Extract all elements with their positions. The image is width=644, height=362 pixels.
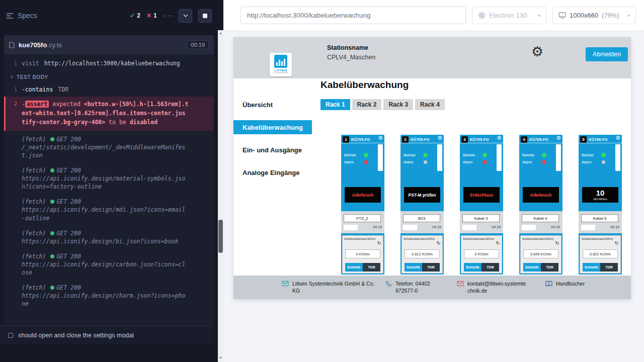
rack-tab[interactable]: Rack 2: [352, 99, 382, 110]
tdr-button[interactable]: TDR: [422, 263, 440, 272]
cable-section: Kabel 4 V4.19: [519, 211, 562, 233]
refresh-icon[interactable]: ↻: [437, 241, 441, 246]
tdr-button[interactable]: TDR: [541, 263, 558, 272]
card-right-panel: [497, 144, 502, 171]
schleife-button[interactable]: Schleife: [464, 263, 481, 272]
collapse-runner-button[interactable]: [179, 9, 192, 23]
cable-name-field[interactable]: B23: [403, 214, 440, 222]
fetch-status: GET 200: [56, 198, 80, 205]
rack-tab[interactable]: Rack 1: [320, 99, 350, 110]
browser-selector[interactable]: Electron 130 ▾: [472, 7, 546, 24]
schleife-button[interactable]: Schleife: [405, 263, 422, 272]
green-led: [483, 153, 487, 157]
resistance-value-field[interactable]: 0.812 KOhm: [405, 249, 440, 258]
pending-test-title: should open and close the settings modal: [18, 332, 134, 339]
betrieb-indicator: Betrieb: [404, 153, 427, 157]
fetch-url: https://api.iconify.design/material-symb…: [22, 174, 189, 191]
footer-manuals[interactable]: Handbücher: [545, 280, 585, 287]
fetch-status: GET 200: [56, 284, 80, 291]
cable-name-field[interactable]: FTZ_2: [344, 214, 381, 222]
card-buttons: Schleife TDR: [464, 263, 499, 272]
fetch-url: https://api.iconify.design/mdi.json?icon…: [22, 206, 189, 222]
card-gear-icon[interactable]: ⚙: [437, 135, 442, 141]
cross-icon: ✕: [146, 12, 151, 19]
alarm-indicator: Alarm: [404, 160, 427, 164]
refresh-icon[interactable]: ↻: [377, 241, 381, 246]
browser-label: Electron 130: [489, 12, 527, 19]
fetch-url: https://api.iconify.design/bi.json?icons…: [22, 237, 189, 245]
card-gear-icon[interactable]: ⚙: [556, 135, 561, 141]
stop-tests-button[interactable]: [198, 9, 212, 23]
success-dot-icon: [50, 200, 54, 204]
firmware-version: V4.19: [373, 225, 382, 229]
fetch-log-row[interactable]: (fetch) GET 200 https://api.iconify.desi…: [4, 194, 214, 225]
refresh-icon[interactable]: ↻: [496, 241, 500, 246]
settings-gear-icon[interactable]: ⚙: [531, 45, 543, 59]
cable-name-field[interactable]: Kabel 4: [522, 214, 559, 222]
success-dot-icon: [50, 231, 54, 235]
tdr-button[interactable]: TDR: [363, 263, 380, 272]
card-buttons: Schleife TDR: [583, 263, 618, 272]
fetch-log-row[interactable]: (fetch) GET 200 https://api.iconify.desi…: [4, 280, 214, 311]
resistance-value-field[interactable]: 0 KOhm: [345, 249, 380, 258]
sidebar-item[interactable]: Analoge Eingänge: [233, 165, 312, 179]
fetch-log-row[interactable]: (fetch) GET 200 https://api.iconify.desi…: [4, 163, 214, 194]
card-buttons: Schleife TDR: [405, 263, 440, 272]
cable-name-field[interactable]: Kabel 5: [581, 214, 618, 222]
fetch-label: (fetch): [22, 230, 46, 237]
sidebar-item[interactable]: Kabelüberwachung: [233, 120, 312, 134]
card-gear-icon[interactable]: ⚙: [615, 135, 620, 141]
status-text: Aderbruch: [352, 193, 374, 198]
device-card: 2 KÜ705-FO ⚙ Betrieb Alarm PST-M prüfen: [400, 135, 444, 275]
aux-field: [403, 225, 417, 230]
refresh-icon[interactable]: ↻: [615, 241, 619, 246]
fetch-log-row[interactable]: (fetch) GET 200 /_next/static/developmen…: [4, 132, 214, 163]
viewport-selector[interactable]: 1000x660 (79%) ▾: [552, 7, 636, 24]
fetch-log-row[interactable]: (fetch) GET 200 https://api.iconify.desi…: [4, 249, 214, 280]
logout-button[interactable]: Abmelden: [586, 47, 628, 61]
rack-tab[interactable]: Rack 4: [415, 99, 445, 110]
schleife-button[interactable]: Schleife: [345, 263, 363, 272]
spec-file-icon: [9, 42, 15, 48]
scroll-up-arrow[interactable]: ▲: [218, 31, 223, 35]
url-input[interactable]: [240, 7, 466, 24]
command-log: 1 visit http://localhost:3000/kabelueber…: [4, 54, 214, 311]
stat-pending: ○ --: [163, 12, 173, 19]
command-visit[interactable]: 1 visit http://localhost:3000/kabelueber…: [4, 57, 214, 70]
schleife-button[interactable]: Schleife: [583, 263, 600, 272]
resistance-value-field[interactable]: 0 KOhm: [464, 249, 499, 258]
sidebar-item[interactable]: Ein- und Ausgänge: [233, 143, 312, 157]
resistance-value-field[interactable]: 0.645 KOhm: [523, 249, 558, 258]
electron-icon: [478, 12, 486, 19]
resistance-value-field[interactable]: 0.822 KOhm: [583, 249, 618, 258]
footer-email[interactable]: kontakt@littwin-systemtechnik.de: [457, 280, 526, 294]
command-contains[interactable]: 1 -contains TDR: [4, 83, 214, 96]
tdr-button[interactable]: TDR: [481, 263, 499, 272]
specs-button[interactable]: Specs: [6, 12, 37, 20]
cypress-runner-panel: Specs ✓ 2 ✕ 1 ○ --: [0, 0, 218, 362]
card-gear-icon[interactable]: ⚙: [378, 135, 383, 141]
rack-tab[interactable]: Rack 3: [383, 99, 413, 110]
scrollbar-thumb[interactable]: [218, 220, 223, 253]
fetch-log-row[interactable]: (fetch) GET 200 https://api.iconify.desi…: [4, 226, 214, 249]
sidebar-item[interactable]: Übersicht: [233, 98, 312, 112]
command-assert-failed[interactable]: 2 -assert expected <button.w-[50%].h-[1.…: [4, 97, 214, 130]
card-number-badge: 2: [402, 136, 409, 143]
refresh-icon[interactable]: ↻: [555, 241, 559, 246]
scrollbar-track[interactable]: [218, 30, 223, 362]
test-body-section-toggle[interactable]: ∨ TEST BODY: [4, 70, 214, 83]
aux-field: [581, 225, 595, 230]
factory-icon: [274, 55, 287, 68]
scroll-down-arrow[interactable]: ▼: [218, 356, 223, 359]
betrieb-indicator: Betrieb: [522, 153, 546, 157]
pending-test-row[interactable]: should open and close the settings modal: [0, 326, 212, 344]
tdr-button[interactable]: TDR: [600, 263, 618, 272]
card-gear-icon[interactable]: ⚙: [497, 135, 502, 141]
footer-phone[interactable]: Telefon: 04402 972577-0: [385, 280, 449, 294]
cable-name-field[interactable]: Kabel 3: [462, 214, 500, 222]
resistance-panel: Schleifenwiderstand [kOhm] ↻ 0.645 KOhm …: [520, 235, 561, 274]
spec-header[interactable]: kue705fo.cy.ts 00:19: [4, 35, 214, 54]
card-model-label: KÜ705-FO: [529, 137, 548, 142]
app-under-test: LITTWIN SYSTEMTECHNIK Stationsname CPLV4…: [233, 37, 631, 299]
schleife-button[interactable]: Schleife: [523, 263, 541, 272]
